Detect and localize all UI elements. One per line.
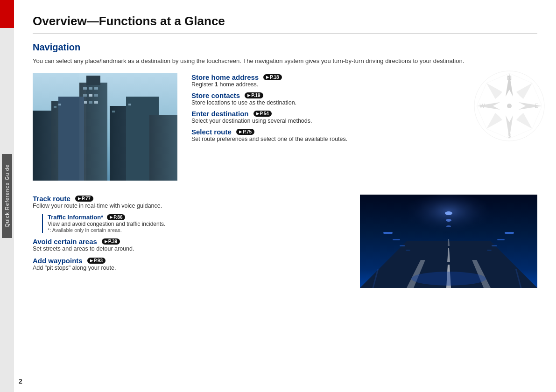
feature-title-track-route: Track route P.77 xyxy=(33,195,346,203)
svg-point-67 xyxy=(411,272,486,286)
svg-rect-5 xyxy=(94,87,98,90)
feature-desc-add-waypoints: Add "pit stops" along your route. xyxy=(33,265,346,271)
feature-desc-avoid-areas: Set streets and areas to detour around. xyxy=(33,245,346,252)
red-accent-bar xyxy=(0,0,14,28)
svg-marker-26 xyxy=(519,102,542,110)
traffic-note: *: Available only in certain areas. xyxy=(48,227,346,233)
feature-avoid-areas: Avoid certain areas P.39 Set streets and… xyxy=(33,238,346,252)
page-badge-p39: P.39 xyxy=(102,238,120,245)
page-badge-p19: P.19 xyxy=(245,92,263,98)
svg-marker-36 xyxy=(516,83,532,99)
svg-marker-38 xyxy=(516,113,532,129)
svg-point-63 xyxy=(446,219,451,222)
svg-rect-2 xyxy=(86,76,100,85)
feature-title-avoid-areas: Avoid certain areas P.39 xyxy=(33,238,346,245)
svg-rect-58 xyxy=(505,232,514,234)
svg-rect-18 xyxy=(54,106,56,108)
svg-rect-60 xyxy=(492,245,497,246)
svg-rect-21 xyxy=(128,104,131,105)
page-badge-p77: P.77 xyxy=(75,196,93,202)
feature-desc-traffic: View and avoid congestion and traffic in… xyxy=(48,221,346,227)
feature-title-traffic: Traffic Information* P.86 xyxy=(48,214,346,221)
svg-line-28 xyxy=(509,73,532,83)
svg-text:E: E xyxy=(535,103,538,109)
svg-rect-56 xyxy=(400,245,405,246)
svg-text:N: N xyxy=(507,74,512,82)
sidebar: Quick Reference Guide xyxy=(0,0,14,392)
svg-line-33 xyxy=(477,106,486,129)
intro-text: You can select any place/landmark as a d… xyxy=(33,56,537,66)
svg-rect-59 xyxy=(497,239,505,240)
page-badge-p93: P.93 xyxy=(87,258,106,264)
city-image xyxy=(33,73,177,181)
main-content: Overview—Functions at a Glance Navigatio… xyxy=(14,0,556,392)
svg-rect-20 xyxy=(112,111,115,112)
svg-line-32 xyxy=(486,129,509,139)
svg-rect-11 xyxy=(94,101,98,104)
svg-rect-17 xyxy=(149,115,177,181)
bottom-features: Track route P.77 Follow your route in re… xyxy=(33,195,346,288)
svg-line-30 xyxy=(532,106,542,129)
svg-rect-54 xyxy=(383,232,393,234)
feature-traffic-info-sub: Traffic Information* P.86 View and avoid… xyxy=(42,214,346,233)
page-badge-p54: P.54 xyxy=(253,111,272,117)
page-number: 2 xyxy=(19,378,22,385)
sidebar-label: Quick Reference Guide xyxy=(4,164,10,227)
svg-rect-8 xyxy=(94,94,98,97)
top-row: N S E W Store home address P.18 Registe xyxy=(33,73,537,181)
svg-line-35 xyxy=(486,73,509,83)
feature-track-route: Track route P.77 Follow your route in re… xyxy=(33,195,346,209)
compass-rose: N S E W xyxy=(472,69,547,143)
svg-point-62 xyxy=(445,211,452,215)
road-image xyxy=(360,195,537,288)
page-title: Overview—Functions at a Glance xyxy=(33,14,537,34)
section-header: Navigation xyxy=(33,42,537,53)
svg-marker-39 xyxy=(486,113,502,129)
svg-point-44 xyxy=(507,104,512,108)
page-badge-p18: P.18 xyxy=(263,74,282,80)
svg-rect-55 xyxy=(393,239,400,240)
svg-marker-37 xyxy=(486,83,502,99)
svg-text:S: S xyxy=(507,133,511,139)
feature-add-waypoints: Add waypoints P.93 Add "pit stops" along… xyxy=(33,257,346,271)
svg-rect-57 xyxy=(406,250,410,251)
feature-desc-track-route: Follow your route in real-time with voic… xyxy=(33,203,346,209)
page-badge-p86: P.86 xyxy=(107,214,125,220)
svg-rect-4 xyxy=(89,87,92,90)
page-badge-p75: P.75 xyxy=(236,129,254,135)
svg-point-64 xyxy=(446,225,451,227)
svg-rect-22 xyxy=(79,73,86,181)
svg-line-31 xyxy=(509,129,532,139)
svg-rect-7 xyxy=(89,94,92,97)
svg-rect-61 xyxy=(487,250,492,251)
svg-rect-10 xyxy=(89,101,92,104)
svg-text:W: W xyxy=(479,103,485,109)
feature-title-add-waypoints: Add waypoints P.93 xyxy=(33,257,346,265)
bottom-row: Track route P.77 Follow your route in re… xyxy=(33,195,537,288)
svg-rect-19 xyxy=(58,104,61,105)
feature-list: N S E W Store home address P.18 Registe xyxy=(191,73,537,181)
sidebar-tab: Quick Reference Guide xyxy=(2,154,12,238)
